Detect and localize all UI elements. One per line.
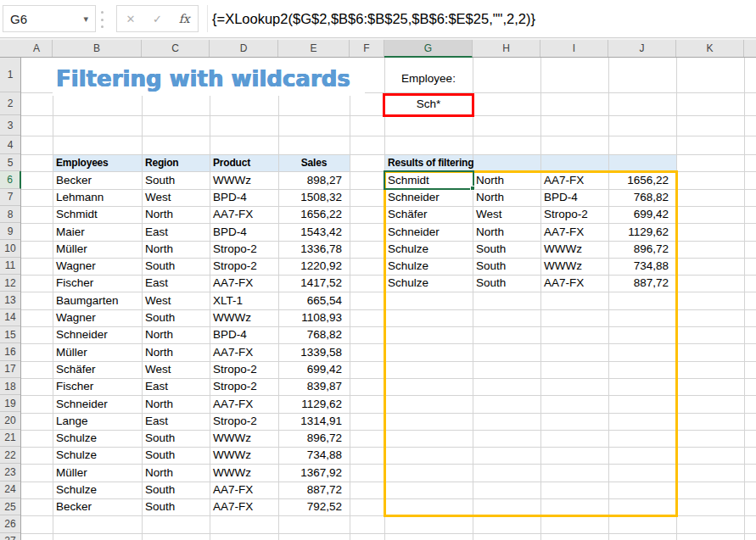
cell-D12[interactable]: AA7-FX [210, 275, 278, 292]
cell-D5[interactable]: Product [210, 154, 278, 171]
column-header-B[interactable]: B [53, 40, 142, 57]
row-header-27[interactable]: 27 [0, 533, 20, 540]
column-header-J[interactable]: J [608, 40, 676, 57]
cell-D14[interactable]: WWWz [210, 309, 278, 326]
cell-E24[interactable]: 887,72 [278, 482, 350, 498]
cell-E25[interactable]: 792,52 [278, 498, 350, 515]
cancel-icon[interactable]: ✕ [117, 6, 144, 31]
cell-E7[interactable]: 1508,32 [278, 189, 350, 206]
cell-B14[interactable]: Wagner [53, 309, 142, 326]
cell-D24[interactable]: AA7-FX [210, 482, 278, 498]
sheet-title[interactable]: Filtering with wildcards [53, 58, 365, 96]
row-header-12[interactable]: 12 [0, 275, 20, 292]
cell-D19[interactable]: AA7-FX [210, 395, 278, 412]
name-box-dropdown-icon[interactable]: ▾ [83, 14, 95, 25]
cell-C13[interactable]: West [142, 292, 210, 309]
name-box[interactable]: G6 ▾ [3, 5, 96, 32]
cell-C6[interactable]: South [142, 171, 210, 188]
row-header-16[interactable]: 16 [0, 343, 20, 360]
cell-C18[interactable]: East [142, 378, 210, 395]
cell-C7[interactable]: West [142, 189, 210, 206]
cell-G1[interactable]: Employee: [384, 64, 473, 92]
cell-E22[interactable]: 734,88 [278, 447, 350, 464]
cell-D10[interactable]: Stropo-2 [210, 241, 278, 258]
row-header-19[interactable]: 19 [0, 395, 20, 412]
row-header-2[interactable]: 2 [0, 92, 20, 115]
cell-C24[interactable]: South [142, 482, 210, 498]
cell-B16[interactable]: Müller [53, 343, 142, 360]
cell-C15[interactable]: North [142, 326, 210, 343]
cell-E18[interactable]: 839,87 [278, 378, 350, 395]
confirm-icon[interactable]: ✓ [144, 6, 171, 31]
row-header-17[interactable]: 17 [0, 361, 20, 378]
cell-B25[interactable]: Becker [53, 498, 142, 515]
cell-C20[interactable]: East [142, 413, 210, 430]
cell-C5[interactable]: Region [142, 154, 210, 171]
row-header-4[interactable]: 4 [0, 136, 20, 154]
cell-E23[interactable]: 1367,92 [278, 464, 350, 481]
cell-B15[interactable]: Schneider [53, 326, 142, 343]
cell-D21[interactable]: WWWz [210, 430, 278, 447]
cell-E11[interactable]: 1220,92 [278, 258, 350, 275]
cell-E6[interactable]: 898,27 [278, 171, 350, 188]
cell-G5[interactable]: Results of filtering [384, 154, 512, 171]
cell-C14[interactable]: South [142, 309, 210, 326]
cell-E14[interactable]: 1108,93 [278, 309, 350, 326]
cell-B5[interactable]: Employees [53, 154, 142, 171]
cell-E21[interactable]: 896,72 [278, 430, 350, 447]
cell-D8[interactable]: AA7-FX [210, 206, 278, 223]
column-header-K[interactable]: K [676, 40, 744, 57]
cell-B23[interactable]: Müller [53, 464, 142, 481]
cell-E15[interactable]: 768,82 [278, 326, 350, 343]
cell-B19[interactable]: Schneider [53, 395, 142, 412]
cell-E10[interactable]: 1336,78 [278, 241, 350, 258]
cell-C12[interactable]: East [142, 275, 210, 292]
cell-D6[interactable]: WWWz [210, 171, 278, 188]
cell-D22[interactable]: WWWz [210, 447, 278, 464]
cell-B11[interactable]: Wagner [53, 258, 142, 275]
cell-D15[interactable]: BPD-4 [210, 326, 278, 343]
row-header-1[interactable]: 1 [0, 58, 20, 92]
row-header-21[interactable]: 21 [0, 430, 20, 447]
cell-E13[interactable]: 665,54 [278, 292, 350, 309]
row-header-26[interactable]: 26 [0, 515, 20, 532]
cell-D7[interactable]: BPD-4 [210, 189, 278, 206]
column-header-partial[interactable] [744, 40, 756, 57]
cell-E12[interactable]: 1417,52 [278, 275, 350, 292]
row-header-22[interactable]: 22 [0, 447, 20, 464]
cell-E17[interactable]: 699,42 [278, 361, 350, 378]
column-header-F[interactable]: F [350, 40, 384, 57]
cell-D11[interactable]: Stropo-2 [210, 258, 278, 275]
cell-D23[interactable]: WWWz [210, 464, 278, 481]
row-header-23[interactable]: 23 [0, 464, 20, 481]
cell-C9[interactable]: East [142, 223, 210, 240]
cell-E9[interactable]: 1543,42 [278, 223, 350, 240]
row-header-6[interactable]: 6 [0, 171, 21, 188]
row-header-18[interactable]: 18 [0, 378, 20, 395]
cell-C17[interactable]: West [142, 361, 210, 378]
cell-C22[interactable]: South [142, 447, 210, 464]
cell-D17[interactable]: Stropo-2 [210, 361, 278, 378]
cell-C25[interactable]: South [142, 498, 210, 515]
row-header-24[interactable]: 24 [0, 482, 20, 498]
cell-B20[interactable]: Lange [53, 413, 142, 430]
column-header-I[interactable]: I [540, 40, 608, 57]
cell-B18[interactable]: Fischer [53, 378, 142, 395]
column-header-E[interactable]: E [278, 40, 350, 57]
cell-C8[interactable]: North [142, 206, 210, 223]
cell-D18[interactable]: Stropo-2 [210, 378, 278, 395]
cell-B7[interactable]: Lehmann [53, 189, 142, 206]
column-header-C[interactable]: C [142, 40, 210, 57]
cell-D13[interactable]: XLT-1 [210, 292, 278, 309]
column-header-A[interactable]: A [21, 40, 53, 57]
cell-C21[interactable]: South [142, 430, 210, 447]
row-header-8[interactable]: 8 [0, 206, 20, 223]
cell-E20[interactable]: 1314,91 [278, 413, 350, 430]
cell-B13[interactable]: Baumgarten [53, 292, 142, 309]
cell-E19[interactable]: 1129,62 [278, 395, 350, 412]
cell-B6[interactable]: Becker [53, 171, 142, 188]
row-header-14[interactable]: 14 [0, 309, 20, 326]
row-header-3[interactable]: 3 [0, 115, 20, 136]
cell-E5[interactable]: Sales [278, 154, 350, 171]
cell-D25[interactable]: AA7-FX [210, 498, 278, 515]
